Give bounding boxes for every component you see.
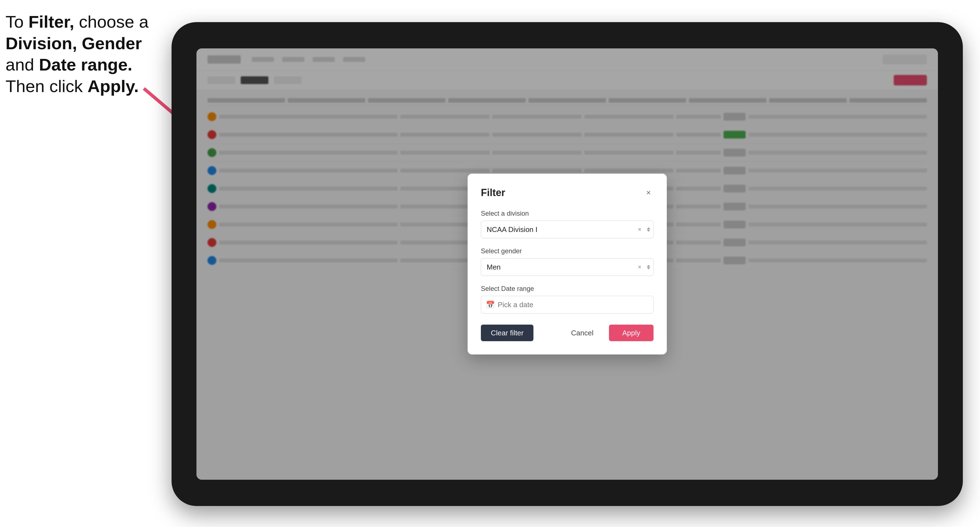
gender-select[interactable]: Men	[481, 258, 654, 276]
dialog-header: Filter ×	[481, 187, 654, 198]
tablet-screen: Filter × Select a division NCAA Division…	[196, 48, 938, 480]
instruction-line3: and Date range.	[6, 55, 132, 74]
dialog-title: Filter	[481, 187, 505, 198]
date-input-wrapper: 📅	[481, 296, 654, 314]
gender-label: Select gender	[481, 247, 654, 255]
apply-button[interactable]: Apply	[609, 325, 654, 341]
division-form-group: Select a division NCAA Division I ×	[481, 210, 654, 238]
date-form-group: Select Date range 📅	[481, 285, 654, 314]
dialog-footer-right: Cancel Apply	[561, 325, 654, 341]
tablet-device: Filter × Select a division NCAA Division…	[172, 22, 963, 506]
gender-select-wrapper: Men ×	[481, 258, 654, 276]
calendar-icon: 📅	[486, 300, 495, 309]
instruction-bold-division-gender: Division, Gender	[6, 34, 142, 53]
division-select[interactable]: NCAA Division I	[481, 221, 654, 238]
division-select-wrapper: NCAA Division I ×	[481, 221, 654, 238]
clear-filter-button[interactable]: Clear filter	[481, 325, 533, 341]
division-clear-icon[interactable]: ×	[638, 226, 641, 233]
instruction-line1: To Filter, choose a	[6, 12, 149, 31]
filter-dialog: Filter × Select a division NCAA Division…	[468, 174, 667, 354]
division-label: Select a division	[481, 210, 654, 217]
cancel-button[interactable]: Cancel	[561, 325, 603, 341]
gender-form-group: Select gender Men ×	[481, 247, 654, 276]
gender-clear-icon[interactable]: ×	[638, 264, 641, 271]
date-label: Select Date range	[481, 285, 654, 292]
instruction-text: To Filter, choose a Division, Gender and…	[6, 11, 166, 97]
dialog-footer: Clear filter Cancel Apply	[481, 325, 654, 341]
dialog-close-button[interactable]: ×	[644, 188, 654, 198]
instruction-line4: Then click Apply.	[6, 76, 138, 96]
modal-overlay: Filter × Select a division NCAA Division…	[196, 48, 938, 480]
date-range-input[interactable]	[481, 296, 654, 314]
